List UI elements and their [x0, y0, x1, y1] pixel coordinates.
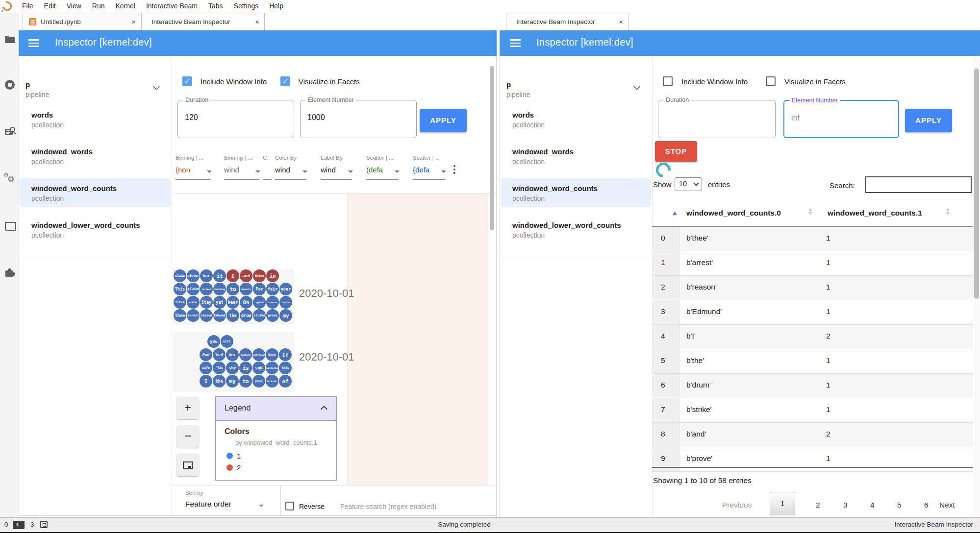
word-bubble[interactable]: to [226, 283, 239, 295]
tree-item-windowed_words[interactable]: windowed_wordspcollection [31, 147, 184, 166]
word-bubble[interactable]: Goneril [240, 283, 252, 295]
table-row[interactable]: 1b'arrest'1 [652, 251, 973, 276]
table-row[interactable]: 8b'and'2 [652, 423, 973, 447]
pagination-page[interactable]: 2 [816, 501, 820, 509]
fit-screen-button[interactable] [176, 454, 199, 476]
close-icon[interactable]: × [255, 18, 259, 26]
facet-control-4[interactable]: Label Bywind [321, 155, 352, 161]
word-bubble[interactable]: sister [187, 269, 200, 282]
word-bubble[interactable]: fair [266, 283, 279, 295]
apply-button[interactable]: APPLY [420, 109, 467, 132]
word-bubble[interactable]: your [252, 375, 265, 388]
word-bubble[interactable]: I [226, 269, 239, 282]
table-row[interactable]: 9b'prove'1 [652, 447, 973, 472]
word-bubble[interactable]: sub [252, 362, 265, 374]
facet-control-6[interactable]: Scatter | ...(defa [413, 155, 445, 161]
tab-interactive-beam-inspector[interactable]: Interactive Beam Inspector× [141, 13, 265, 30]
close-icon[interactable]: × [131, 18, 136, 26]
word-bubble[interactable]: you [207, 335, 220, 348]
word-bubble[interactable]: treason [266, 296, 279, 309]
word-bubble[interactable]: gilded [187, 283, 200, 295]
table-row[interactable]: 4b'I'2 [652, 325, 973, 349]
pagination-page-active[interactable]: 1 [770, 492, 795, 515]
word-bubble[interactable]: reason [200, 309, 213, 322]
word-bubble[interactable]: serpent [200, 283, 213, 295]
hamburger-menu-icon[interactable] [28, 39, 39, 47]
word-bubble[interactable]: claim [174, 269, 186, 282]
pagination-page[interactable]: 4 [870, 501, 875, 509]
search-input[interactable] [865, 176, 972, 193]
word-bubble[interactable]: thee [174, 309, 186, 322]
word-bubble[interactable]: to [239, 375, 252, 388]
visualize-in-facets-checkbox[interactable]: ✓ [280, 76, 290, 86]
tab-interactive-beam-inspector[interactable]: Interactive Beam Inspector× [506, 13, 628, 30]
word-bubble[interactable]: contracted [266, 362, 278, 374]
include-window-info-checkbox[interactable]: ✓ [182, 76, 192, 86]
word-bubble[interactable]: drum [240, 309, 252, 322]
word-bubble[interactable]: For [253, 283, 266, 295]
word-bubble[interactable]: Edmund [213, 309, 226, 322]
word-bubble[interactable]: will [221, 335, 233, 348]
sort-ascending-icon[interactable]: ▲ [673, 210, 677, 216]
facet-control-3[interactable]: Color Bywind [275, 155, 306, 161]
menu-view[interactable]: View [61, 0, 87, 12]
tree-item-words[interactable]: wordspcollection [31, 111, 184, 129]
word-bubble[interactable]: thine [253, 269, 266, 282]
pagination-page[interactable]: 5 [897, 501, 902, 509]
column-header-1[interactable]: windowed_word_counts.1 [828, 209, 922, 218]
table-row[interactable]: 7b'strike'1 [652, 398, 973, 423]
tree-item-windowed_lower_word_counts[interactable]: windowed_lower_word_countspcollection [512, 221, 665, 239]
pagination-previous[interactable]: Previous [722, 501, 752, 509]
word-bubble[interactable]: interest [266, 375, 278, 388]
facet-control-0[interactable]: Binning | ...(non [176, 155, 211, 161]
word-bubble[interactable]: your [279, 283, 292, 295]
word-bubble[interactable]: prove [266, 309, 279, 322]
zoom-out-button[interactable]: − [176, 425, 199, 448]
table-row[interactable]: 6b'drum'1 [652, 374, 973, 398]
word-bubble[interactable]: hear [226, 296, 239, 309]
duration-field[interactable]: Duration 120 [177, 100, 294, 138]
zoom-in-button[interactable]: + [176, 397, 199, 419]
open-tabs-icon[interactable] [4, 220, 15, 231]
kernel-count[interactable]: 3 [30, 521, 34, 528]
word-bubble[interactable]: it [213, 269, 226, 282]
sort-by-select[interactable]: Feature order [185, 500, 231, 509]
include-window-info-checkbox[interactable] [663, 76, 673, 86]
word-bubble[interactable]: my [279, 309, 292, 322]
tree-item-windowed_word_counts[interactable]: windowed_word_countspcollection [31, 184, 184, 202]
word-bubble[interactable]: of [279, 375, 292, 388]
hamburger-menu-icon[interactable] [510, 39, 521, 47]
word-bubble[interactable]: And [200, 348, 212, 361]
word-bubble[interactable]: wife [200, 362, 212, 374]
apply-button[interactable]: APPLY [905, 109, 952, 132]
reverse-checkbox[interactable] [285, 502, 294, 510]
word-bubble[interactable]: the [226, 309, 239, 322]
word-bubble[interactable]: this [279, 362, 292, 374]
tree-item-windowed_words[interactable]: windowed_wordspcollection [512, 147, 665, 166]
duration-field[interactable]: Duration [658, 100, 776, 138]
tree-item-windowed_lower_word_counts[interactable]: windowed_lower_word_countspcollection [31, 221, 184, 239]
word-bubble[interactable]: lord [213, 348, 226, 361]
tab-untitled-ipynb[interactable]: Untitled.ipynb× [23, 13, 141, 30]
close-icon[interactable]: × [619, 18, 623, 26]
word-bubble[interactable]: strike [253, 309, 266, 322]
menu-kernel[interactable]: Kernel [110, 0, 140, 12]
word-bubble[interactable]: the [213, 375, 226, 388]
property-gears-icon[interactable]: ⚙ ⚙ [4, 173, 15, 184]
word-bubble[interactable]: my [226, 375, 239, 388]
word-bubble[interactable]: bans [266, 348, 278, 361]
left-panel-scrollbar[interactable] [490, 66, 494, 230]
visualize-in-facets-checkbox[interactable] [766, 76, 776, 86]
facet-control-1[interactable]: Binning | ...wind [224, 155, 259, 161]
element-number-field[interactable]: Element Number 1000 [300, 100, 417, 138]
tree-item-words[interactable]: wordspcollection [512, 111, 665, 129]
facet-control-5[interactable]: Scatter | ...(defa [366, 155, 399, 161]
word-bubble[interactable]: ALBANY [187, 296, 200, 309]
pagination-next[interactable]: Next [939, 501, 955, 509]
pagination-page[interactable]: 6 [924, 501, 929, 509]
word-bubble[interactable]: attaint [279, 296, 292, 309]
running-kernels-icon[interactable] [4, 79, 15, 90]
column-header-0[interactable]: windowed_word_counts.0 [686, 209, 781, 218]
element-number-field[interactable]: Element Number inf [783, 100, 899, 138]
word-bubble[interactable]: capital [253, 296, 266, 309]
